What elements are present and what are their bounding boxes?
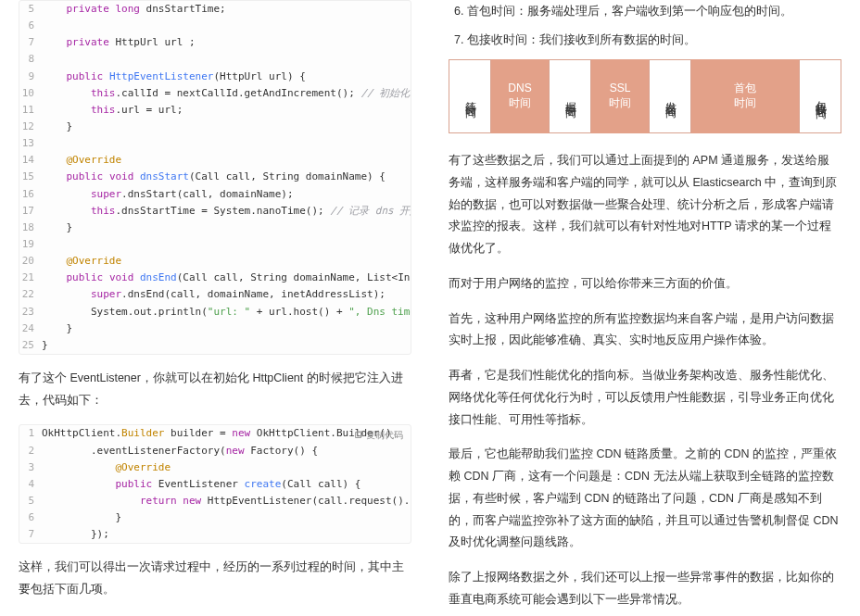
chart-segment: 等待时间 [449, 59, 491, 133]
chart-segment: 握手时间 [549, 59, 591, 133]
r-para-2: 而对于用户网络的监控，可以给你带来三方面的价值。 [449, 273, 841, 295]
code-text: @Override [42, 152, 121, 169]
chart-segment: DNS时间 [491, 59, 549, 133]
line-number: 6 [19, 18, 42, 34]
code-text: private HttpUrl url ; [42, 34, 196, 51]
code-line: 5 private long dnsStartTime; [19, 1, 411, 18]
code-text: public void dnsStart(Call call, String d… [42, 169, 386, 185]
line-number: 2 [19, 443, 42, 459]
chart-segment-label: 发送时间 [663, 93, 677, 100]
chart-segment-label: 首包 [734, 82, 756, 96]
line-number: 5 [19, 493, 42, 509]
chart-segment: 首包时间 [691, 59, 799, 133]
r-para-1: 有了这些数据之后，我们可以通过上面提到的 APM 通道服务，发送给服务端，这样服… [449, 150, 841, 260]
chart-segment-sublabel: 时间 [509, 96, 531, 111]
code-line: 23 System.out.println("url: " + url.host… [19, 304, 411, 321]
code-text: } [42, 321, 72, 337]
code-line: 21 public void dnsEnd(Call call, String … [19, 270, 411, 286]
line-number: 20 [19, 253, 42, 270]
code-line: 19 [19, 236, 411, 253]
chart-segment-sublabel: 时间 [609, 96, 631, 111]
line-number: 21 [19, 270, 42, 286]
code-line: 6 [19, 18, 411, 34]
code-line: 3 @Override [19, 459, 411, 476]
code-line: 24 } [19, 321, 411, 337]
chart-segment-label: 握手时间 [563, 93, 577, 100]
line-number: 8 [19, 51, 42, 68]
code-text: OkHttpClient.Builder builder = new OkHtt… [42, 425, 392, 442]
line-number: 11 [19, 102, 42, 119]
line-number: 5 [19, 1, 42, 18]
code-line: 25} [19, 337, 411, 354]
code-text: return new HttpEventListener(call.reques… [42, 493, 411, 509]
code-line: 13 [19, 135, 411, 152]
code-text: @Override [42, 459, 171, 476]
code-line: 14 @Override [19, 152, 411, 169]
r-para-5: 最后，它也能帮助我们监控 CDN 链路质量。之前的 CDN 的监控，严重依赖 C… [449, 444, 841, 554]
chart-segment-label: DNS [508, 82, 531, 96]
line-number: 15 [19, 169, 42, 185]
list-item: 首包时间：服务端处理后，客户端收到第一个响应包的时间。 [467, 0, 841, 23]
line-number: 3 [19, 459, 42, 476]
code-text: this.url = url; [42, 102, 183, 119]
line-number: 4 [19, 476, 42, 493]
line-number: 7 [19, 34, 42, 51]
code-line: 1OkHttpClient.Builder builder = new OkHt… [19, 425, 411, 442]
line-number: 16 [19, 186, 42, 203]
code-line: 6 } [19, 509, 411, 526]
line-number: 10 [19, 85, 42, 102]
code-text: super.dnsEnd(call, domainName, inetAddre… [42, 286, 386, 303]
code-line: 10 this.callId = nextCallId.getAndIncrem… [19, 85, 411, 102]
line-number: 24 [19, 321, 42, 337]
code-line: 8 [19, 51, 411, 68]
code-text: } [42, 220, 72, 236]
copy-code-label: 复制代码 [366, 429, 403, 442]
line-number: 17 [19, 203, 42, 220]
code-text: public EventListener create(Call call) { [42, 476, 360, 493]
code-line: 18 } [19, 220, 411, 236]
line-number: 18 [19, 220, 42, 236]
para-phases-intro: 这样，我们可以得出一次请求过程中，经历的一系列过程的时间，其中主要包括下面几项。 [19, 557, 411, 601]
code-line: 7 private HttpUrl url ; [19, 34, 411, 51]
r-para-3: 首先，这种用户网络监控的所有监控数据均来自客户端，是用户访问数据实时上报，因此能… [449, 308, 841, 353]
code-line: 12 } [19, 119, 411, 135]
code-line: 22 super.dnsEnd(call, domainName, inetAd… [19, 286, 411, 303]
r-para-6: 除了上报网络数据之外，我们还可以上报一些异常事件的数据，比如你的垂直电商系统可能… [449, 567, 841, 611]
code-line: 2 .eventListenerFactory(new Factory() { [19, 443, 411, 459]
line-number: 22 [19, 286, 42, 303]
line-number: 23 [19, 304, 42, 321]
chart-segment-label: SSL [610, 82, 631, 96]
r-para-4: 再者，它是我们性能优化的指向标。当做业务架构改造、服务性能优化、网络优化等任何优… [449, 365, 841, 431]
svg-rect-0 [356, 433, 361, 438]
code-line: 15 public void dnsStart(Call call, Strin… [19, 169, 411, 185]
list-item: 包接收时间：我们接收到所有数据的时间。 [467, 29, 841, 52]
code-text: System.out.println("url: " + url.host() … [42, 304, 411, 321]
code-text: } [42, 119, 72, 135]
chart-segment-label: 包接收时间 [813, 92, 828, 101]
code-text: super.dnsStart(call, domainName); [42, 186, 294, 203]
line-number: 7 [19, 526, 42, 543]
copy-icon [354, 431, 363, 440]
right-column: 首包时间：服务端处理后，客户端收到第一个响应包的时间。包接收时间：我们接收到所有… [430, 0, 860, 616]
code-text: public void dnsEnd(Call call, String dom… [42, 270, 411, 286]
line-number: 25 [19, 337, 42, 354]
code-line: 17 this.dnsStartTime = System.nanoTime()… [19, 203, 411, 220]
code-text: @Override [42, 253, 121, 270]
line-number: 12 [19, 119, 42, 135]
chart-segment: 发送时间 [649, 59, 691, 133]
left-column: 5 private long dnsStartTime;67 private H… [0, 0, 430, 616]
line-number: 9 [19, 69, 42, 85]
chart-segment: SSL时间 [591, 59, 649, 133]
code-line: 16 super.dnsStart(call, domainName); [19, 186, 411, 203]
para-intro-inject: 有了这个 EventListener，你就可以在初始化 HttpClient 的… [19, 368, 411, 412]
chart-segment: 包接收时间 [799, 59, 841, 133]
code-text: public HttpEventListener(HttpUrl url) { [42, 69, 306, 85]
code-text: this.callId = nextCallId.getAndIncrement… [42, 85, 411, 102]
code-line: 7 }); [19, 526, 411, 543]
code-text: private long dnsStartTime; [42, 1, 226, 18]
copy-code-button[interactable]: 复制代码 [354, 429, 403, 442]
line-number: 13 [19, 135, 42, 152]
code-line: 20 @Override [19, 253, 411, 270]
code-text: } [42, 509, 121, 526]
code-line: 9 public HttpEventListener(HttpUrl url) … [19, 69, 411, 85]
